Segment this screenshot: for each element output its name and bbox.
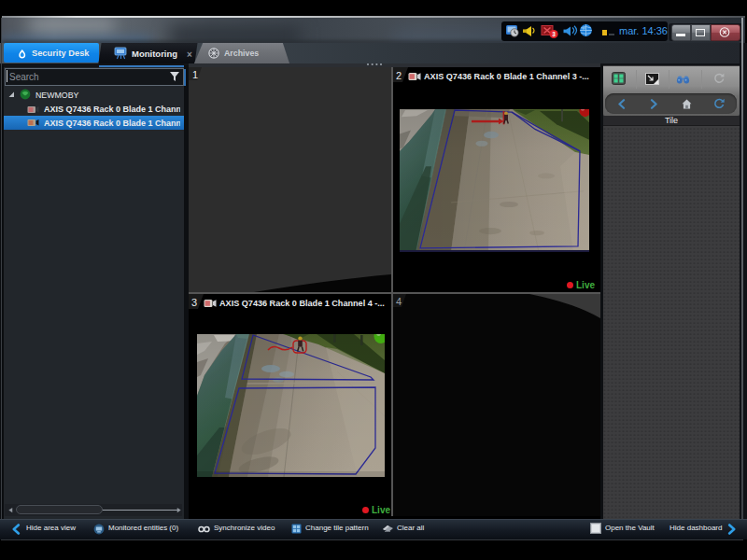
svg-text:mar. 14:36: mar. 14:36 (619, 25, 668, 36)
svg-text:3: 3 (191, 297, 197, 308)
svg-text:1: 1 (192, 69, 198, 80)
svg-text:3: 3 (552, 31, 556, 37)
svg-text:2: 2 (396, 70, 402, 81)
svg-text:4: 4 (396, 296, 402, 307)
